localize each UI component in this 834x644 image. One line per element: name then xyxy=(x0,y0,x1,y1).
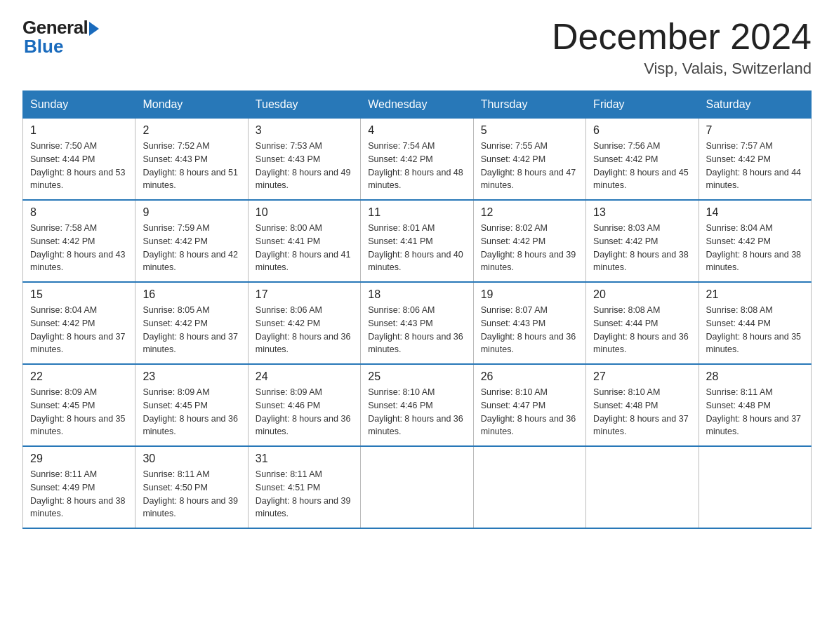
day-number: 31 xyxy=(256,452,353,465)
day-number: 30 xyxy=(143,452,240,465)
calendar-day-cell xyxy=(473,446,585,528)
calendar-day-cell: 17Sunrise: 8:06 AMSunset: 4:42 PMDayligh… xyxy=(248,282,360,364)
logo-arrow-icon xyxy=(89,22,99,36)
calendar-day-cell: 19Sunrise: 8:07 AMSunset: 4:43 PMDayligh… xyxy=(473,282,585,364)
calendar-day-cell: 27Sunrise: 8:10 AMSunset: 4:48 PMDayligh… xyxy=(586,364,699,446)
day-number: 2 xyxy=(143,124,240,137)
title-block: December 2024 Visp, Valais, Switzerland xyxy=(552,17,812,78)
day-number: 23 xyxy=(143,370,240,383)
day-info: Sunrise: 8:00 AMSunset: 4:41 PMDaylight:… xyxy=(256,222,353,274)
calendar-day-cell: 10Sunrise: 8:00 AMSunset: 4:41 PMDayligh… xyxy=(248,200,360,282)
calendar-header-row: SundayMondayTuesdayWednesdayThursdayFrid… xyxy=(23,91,812,119)
day-info: Sunrise: 8:09 AMSunset: 4:45 PMDaylight:… xyxy=(30,386,128,438)
calendar-day-header: Saturday xyxy=(699,91,811,119)
day-info: Sunrise: 8:08 AMSunset: 4:44 PMDaylight:… xyxy=(593,304,691,356)
day-info: Sunrise: 7:54 AMSunset: 4:42 PMDaylight:… xyxy=(368,140,465,192)
calendar-day-cell: 14Sunrise: 8:04 AMSunset: 4:42 PMDayligh… xyxy=(699,200,811,282)
page-header: General Blue December 2024 Visp, Valais,… xyxy=(22,17,812,78)
logo-blue-text: Blue xyxy=(24,36,63,58)
day-info: Sunrise: 7:50 AMSunset: 4:44 PMDaylight:… xyxy=(30,140,128,192)
day-info: Sunrise: 8:10 AMSunset: 4:48 PMDaylight:… xyxy=(593,386,691,438)
day-info: Sunrise: 8:09 AMSunset: 4:46 PMDaylight:… xyxy=(256,386,353,438)
calendar-day-cell: 9Sunrise: 7:59 AMSunset: 4:42 PMDaylight… xyxy=(135,200,248,282)
calendar-day-cell: 26Sunrise: 8:10 AMSunset: 4:47 PMDayligh… xyxy=(473,364,585,446)
day-number: 28 xyxy=(706,370,804,383)
calendar-day-cell: 8Sunrise: 7:58 AMSunset: 4:42 PMDaylight… xyxy=(23,200,135,282)
day-number: 7 xyxy=(706,124,804,137)
calendar-day-cell: 31Sunrise: 8:11 AMSunset: 4:51 PMDayligh… xyxy=(248,446,360,528)
calendar-week-row: 29Sunrise: 8:11 AMSunset: 4:49 PMDayligh… xyxy=(23,446,812,528)
calendar-title: December 2024 xyxy=(552,17,812,57)
day-number: 24 xyxy=(256,370,353,383)
day-info: Sunrise: 8:02 AMSunset: 4:42 PMDaylight:… xyxy=(481,222,578,274)
calendar-day-cell: 5Sunrise: 7:55 AMSunset: 4:42 PMDaylight… xyxy=(473,119,585,201)
calendar-day-cell: 3Sunrise: 7:53 AMSunset: 4:43 PMDaylight… xyxy=(248,119,360,201)
day-number: 11 xyxy=(368,206,465,219)
calendar-week-row: 22Sunrise: 8:09 AMSunset: 4:45 PMDayligh… xyxy=(23,364,812,446)
day-info: Sunrise: 8:03 AMSunset: 4:42 PMDaylight:… xyxy=(593,222,691,274)
day-number: 19 xyxy=(481,288,578,301)
calendar-day-cell: 13Sunrise: 8:03 AMSunset: 4:42 PMDayligh… xyxy=(586,200,699,282)
calendar-table: SundayMondayTuesdayWednesdayThursdayFrid… xyxy=(22,90,812,529)
calendar-day-header: Thursday xyxy=(473,91,585,119)
calendar-day-cell: 21Sunrise: 8:08 AMSunset: 4:44 PMDayligh… xyxy=(699,282,811,364)
day-number: 6 xyxy=(593,124,691,137)
day-number: 13 xyxy=(593,206,691,219)
calendar-day-header: Sunday xyxy=(23,91,135,119)
day-info: Sunrise: 8:07 AMSunset: 4:43 PMDaylight:… xyxy=(481,304,578,356)
calendar-week-row: 8Sunrise: 7:58 AMSunset: 4:42 PMDaylight… xyxy=(23,200,812,282)
day-number: 27 xyxy=(593,370,691,383)
day-number: 17 xyxy=(256,288,353,301)
day-info: Sunrise: 7:57 AMSunset: 4:42 PMDaylight:… xyxy=(706,140,804,192)
day-number: 15 xyxy=(30,288,128,301)
day-number: 5 xyxy=(481,124,578,137)
calendar-week-row: 15Sunrise: 8:04 AMSunset: 4:42 PMDayligh… xyxy=(23,282,812,364)
calendar-day-cell: 18Sunrise: 8:06 AMSunset: 4:43 PMDayligh… xyxy=(361,282,473,364)
day-number: 12 xyxy=(481,206,578,219)
calendar-day-cell: 15Sunrise: 8:04 AMSunset: 4:42 PMDayligh… xyxy=(23,282,135,364)
day-number: 3 xyxy=(256,124,353,137)
calendar-day-header: Tuesday xyxy=(248,91,360,119)
day-info: Sunrise: 7:55 AMSunset: 4:42 PMDaylight:… xyxy=(481,140,578,192)
day-info: Sunrise: 8:04 AMSunset: 4:42 PMDaylight:… xyxy=(30,304,128,356)
calendar-day-cell: 25Sunrise: 8:10 AMSunset: 4:46 PMDayligh… xyxy=(361,364,473,446)
calendar-day-cell: 11Sunrise: 8:01 AMSunset: 4:41 PMDayligh… xyxy=(361,200,473,282)
day-info: Sunrise: 7:59 AMSunset: 4:42 PMDaylight:… xyxy=(143,222,240,274)
day-info: Sunrise: 8:04 AMSunset: 4:42 PMDaylight:… xyxy=(706,222,804,274)
calendar-day-cell: 23Sunrise: 8:09 AMSunset: 4:45 PMDayligh… xyxy=(135,364,248,446)
day-info: Sunrise: 8:01 AMSunset: 4:41 PMDaylight:… xyxy=(368,222,465,274)
calendar-day-cell: 30Sunrise: 8:11 AMSunset: 4:50 PMDayligh… xyxy=(135,446,248,528)
calendar-day-cell: 4Sunrise: 7:54 AMSunset: 4:42 PMDaylight… xyxy=(361,119,473,201)
calendar-day-cell xyxy=(361,446,473,528)
day-number: 1 xyxy=(30,124,128,137)
day-info: Sunrise: 8:06 AMSunset: 4:43 PMDaylight:… xyxy=(368,304,465,356)
day-number: 20 xyxy=(593,288,691,301)
day-number: 4 xyxy=(368,124,465,137)
calendar-week-row: 1Sunrise: 7:50 AMSunset: 4:44 PMDaylight… xyxy=(23,119,812,201)
calendar-day-cell: 12Sunrise: 8:02 AMSunset: 4:42 PMDayligh… xyxy=(473,200,585,282)
day-number: 29 xyxy=(30,452,128,465)
day-info: Sunrise: 7:52 AMSunset: 4:43 PMDaylight:… xyxy=(143,140,240,192)
day-info: Sunrise: 8:10 AMSunset: 4:47 PMDaylight:… xyxy=(481,386,578,438)
calendar-location: Visp, Valais, Switzerland xyxy=(552,60,812,78)
day-number: 25 xyxy=(368,370,465,383)
day-number: 14 xyxy=(706,206,804,219)
day-info: Sunrise: 8:08 AMSunset: 4:44 PMDaylight:… xyxy=(706,304,804,356)
calendar-day-cell: 1Sunrise: 7:50 AMSunset: 4:44 PMDaylight… xyxy=(23,119,135,201)
day-info: Sunrise: 7:56 AMSunset: 4:42 PMDaylight:… xyxy=(593,140,691,192)
calendar-day-cell xyxy=(586,446,699,528)
calendar-day-cell: 29Sunrise: 8:11 AMSunset: 4:49 PMDayligh… xyxy=(23,446,135,528)
logo: General Blue xyxy=(22,17,99,58)
day-info: Sunrise: 7:58 AMSunset: 4:42 PMDaylight:… xyxy=(30,222,128,274)
day-number: 22 xyxy=(30,370,128,383)
day-info: Sunrise: 8:11 AMSunset: 4:50 PMDaylight:… xyxy=(143,468,240,521)
day-info: Sunrise: 8:09 AMSunset: 4:45 PMDaylight:… xyxy=(143,386,240,438)
calendar-day-cell: 28Sunrise: 8:11 AMSunset: 4:48 PMDayligh… xyxy=(699,364,811,446)
day-number: 9 xyxy=(143,206,240,219)
day-info: Sunrise: 8:11 AMSunset: 4:48 PMDaylight:… xyxy=(706,386,804,438)
day-info: Sunrise: 8:11 AMSunset: 4:51 PMDaylight:… xyxy=(256,468,353,521)
day-info: Sunrise: 8:06 AMSunset: 4:42 PMDaylight:… xyxy=(256,304,353,356)
day-info: Sunrise: 8:10 AMSunset: 4:46 PMDaylight:… xyxy=(368,386,465,438)
calendar-day-cell: 24Sunrise: 8:09 AMSunset: 4:46 PMDayligh… xyxy=(248,364,360,446)
day-number: 26 xyxy=(481,370,578,383)
